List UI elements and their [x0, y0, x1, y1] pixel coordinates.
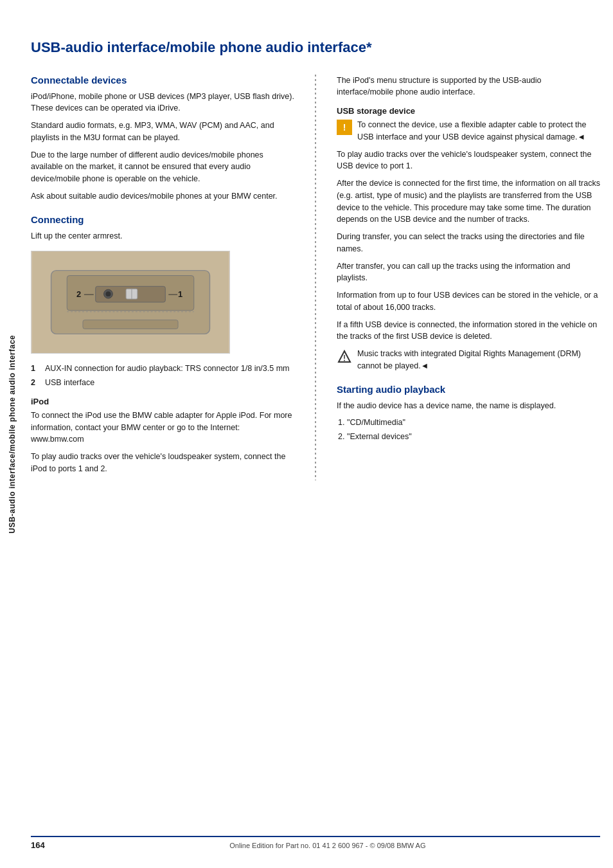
connectable-devices-heading: Connectable devices	[31, 75, 294, 86]
ipod-para-2: To play audio tracks over the vehicle's …	[31, 451, 294, 475]
connector-def-list: 1 AUX-IN connection for audio playback: …	[31, 363, 294, 389]
audio-list-item-2: "External devices"	[347, 431, 600, 443]
ipod-heading: iPod	[31, 397, 294, 406]
connecting-intro: Lift up the center armrest.	[31, 230, 294, 242]
main-content: USB-audio interface/mobile phone audio i…	[31, 0, 600, 519]
connecting-heading: Connecting	[31, 214, 294, 225]
two-column-layout: Connectable devices iPod/iPhone, mobile …	[31, 75, 600, 480]
warning-box: ! To connect the device, use a flexible …	[337, 119, 600, 143]
page-title: USB-audio interface/mobile phone audio i…	[31, 39, 600, 57]
footer-copyright: Online Edition for Part no. 01 41 2 600 …	[55, 842, 600, 849]
ipod-para-1: To connect the iPod use the BMW cable ad…	[31, 410, 294, 446]
usb-para-3: During transfer, you can select the trac…	[337, 231, 600, 255]
ipod-menu-para: The iPod's menu structure is supported b…	[337, 75, 600, 99]
audio-list-item-1: "CD/Multimedia"	[347, 417, 600, 429]
page-number: 164	[31, 840, 45, 850]
column-divider	[315, 75, 316, 480]
svg-point-7	[105, 291, 111, 296]
drm-note-text: Music tracks with integrated Digital Rig…	[357, 348, 600, 372]
connectable-para-2: Standard audio formats, e.g. MP3, WMA, W…	[31, 120, 294, 144]
right-column: The iPod's menu structure is supported b…	[337, 75, 600, 480]
connectable-para-3: Due to the large number of different aud…	[31, 149, 294, 185]
drm-note-box: Music tracks with integrated Digital Rig…	[337, 348, 600, 372]
usb-para-2: After the device is connected for the fi…	[337, 177, 600, 226]
connectable-para-1: iPod/iPhone, mobile phone or USB devices…	[31, 91, 294, 115]
def-text-1: AUX-IN connection for audio playback: TR…	[45, 363, 290, 375]
def-num-2: 2	[31, 377, 40, 389]
svg-point-17	[344, 360, 345, 361]
svg-text:1: 1	[178, 289, 182, 299]
def-item-1: 1 AUX-IN connection for audio playback: …	[31, 363, 294, 375]
svg-text:2: 2	[76, 289, 81, 299]
drm-note-icon	[337, 348, 352, 364]
starting-audio-intro: If the audio device has a device name, t…	[337, 400, 600, 412]
armrest-image: 2 1	[31, 251, 230, 354]
usb-para-5: Information from up to four USB devices …	[337, 289, 600, 314]
svg-rect-12	[83, 320, 178, 329]
def-num-1: 1	[31, 363, 40, 375]
starting-audio-list: "CD/Multimedia" "External devices"	[347, 417, 600, 443]
usb-para-6: If a fifth USB device is connected, the …	[337, 319, 600, 343]
usb-storage-heading: USB storage device	[337, 106, 600, 116]
warning-icon: !	[337, 120, 352, 135]
usb-para-4: After transfer, you can call up the trac…	[337, 260, 600, 285]
def-item-2: 2 USB interface	[31, 377, 294, 389]
usb-para-1: To play audio tracks over the vehicle's …	[337, 149, 600, 173]
def-text-2: USB interface	[45, 377, 94, 389]
warning-text: To connect the device, use a flexible ad…	[357, 119, 600, 143]
connectable-para-4: Ask about suitable audio devices/mobile …	[31, 190, 294, 203]
sidebar: USB-audio interface/mobile phone audio i…	[0, 0, 24, 868]
sidebar-text: USB-audio interface/mobile phone audio i…	[8, 335, 17, 534]
left-column: Connectable devices iPod/iPhone, mobile …	[31, 75, 294, 480]
footer-line	[31, 836, 600, 837]
footer: 164 Online Edition for Part no. 01 41 2 …	[31, 836, 600, 850]
starting-audio-heading: Starting audio playback	[337, 384, 600, 395]
